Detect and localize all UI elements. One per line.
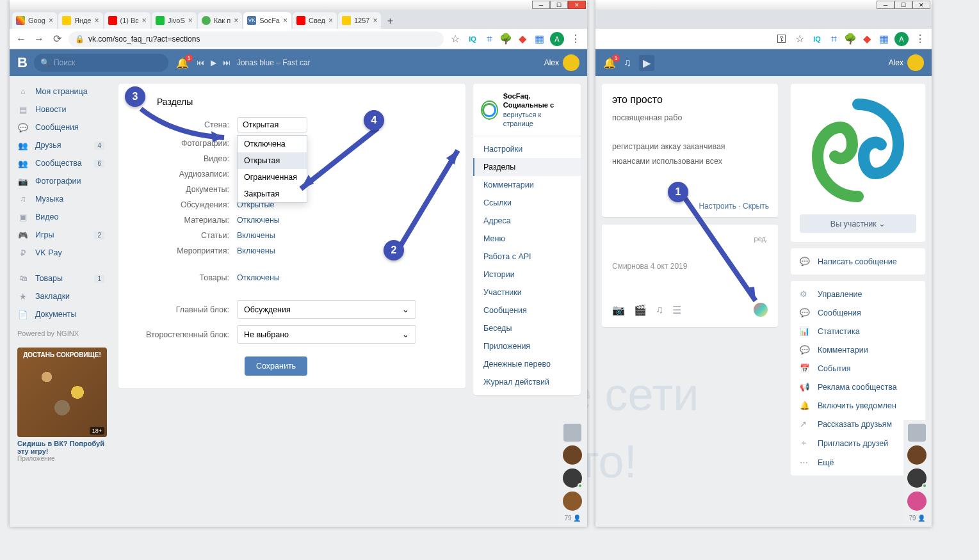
minimize-button[interactable]: ─ [877,1,894,9]
notifications-button[interactable]: 🔔1 [603,57,616,69]
sidebar-item-messages[interactable]: 💬Сообщения [10,118,112,136]
action-comments[interactable]: 💬Комментарии [791,340,925,359]
profile-avatar[interactable]: A [894,32,909,46]
rmenu-log[interactable]: Журнал действий [473,373,581,391]
articles-value[interactable]: Включены [237,231,275,240]
events-value[interactable]: Включены [237,246,275,255]
vk-logo[interactable]: В [17,54,26,71]
close-icon[interactable]: × [95,16,99,25]
minimize-button[interactable]: ─ [532,1,550,9]
rmenu-money[interactable]: Денежные перево [473,355,581,373]
rmenu-addresses[interactable]: Адреса [473,212,581,230]
chat-avatar[interactable] [563,492,582,511]
close-button[interactable]: ✕ [568,1,586,9]
action-notify[interactable]: 🔔Включить уведомлен [791,396,925,415]
ext-iq[interactable]: IQ [811,33,823,45]
main-block-select[interactable]: Обсуждения⌄ [237,300,416,319]
prev-track-icon[interactable]: ⏮ [197,58,204,67]
vk-dog-icon[interactable] [563,424,581,442]
user-menu[interactable]: Alex [889,54,924,71]
forward-button[interactable]: → [33,33,45,45]
ext-tree-icon[interactable]: 🌳 [845,33,856,45]
materials-value[interactable]: Отключены [237,216,280,225]
sidebar-item-video[interactable]: ▣Видео [10,208,112,226]
back-link[interactable]: вернуться к странице [503,111,542,127]
reload-button[interactable]: ⟳ [51,33,63,45]
tab-jivo[interactable]: JivoS× [152,12,197,29]
sidebar-item-music[interactable]: ♫Музыка [10,190,112,208]
ext-puzzle-icon[interactable]: ▦ [878,33,889,45]
profile-avatar[interactable]: A [550,32,564,46]
chat-avatar[interactable] [563,468,582,488]
chat-avatar[interactable] [907,492,926,511]
chat-count[interactable]: 79 👤 [909,515,925,522]
sidebar-item-bookmarks[interactable]: ★Закладки [10,287,112,305]
sidebar-item-news[interactable]: ▤Новости [10,100,112,118]
tab-vk-active[interactable]: VKSocFa× [243,12,291,29]
rmenu-chats[interactable]: Беседы [473,319,581,337]
music-icon[interactable]: ♫ [656,304,663,316]
close-icon[interactable]: × [49,16,53,25]
tab-youtube2[interactable]: Свед× [293,12,337,29]
rmenu-messages[interactable]: Сообщения [473,301,581,319]
action-messages[interactable]: 💬Сообщения [791,303,925,322]
new-tab-button[interactable]: + [382,13,398,29]
rmenu-apps[interactable]: Приложения [473,337,581,355]
star-icon[interactable]: ☆ [793,33,806,45]
sec-block-select[interactable]: Не выбрано⌄ [237,325,416,344]
play-icon[interactable]: ▶ [211,58,216,67]
rmenu-comments[interactable]: Комментарии [473,176,581,194]
close-button[interactable]: ✕ [912,1,930,9]
close-icon[interactable]: × [188,16,193,25]
tab-1257[interactable]: 1257× [338,12,382,29]
ext-pin-icon[interactable]: ◆ [517,33,528,45]
rmenu-links[interactable]: Ссылки [473,194,581,212]
chat-avatar[interactable] [563,445,582,465]
ext-tree-icon[interactable]: 🌳 [500,33,512,45]
save-button[interactable]: Сохранить [245,356,307,376]
membership-button[interactable]: Вы участник ⌄ [800,214,916,233]
rmenu-stories[interactable]: Истории [473,266,581,284]
sidebar-item-docs[interactable]: 📄Документы [10,305,112,323]
action-ads[interactable]: 📢Реклама сообщества [791,378,925,396]
camera-icon[interactable]: 📷 [612,304,625,316]
chat-avatar[interactable] [907,468,926,488]
tab-yandex[interactable]: Янде× [58,12,103,29]
close-icon[interactable]: × [234,16,238,25]
menu-icon[interactable]: ⋮ [914,33,926,45]
market-value[interactable]: Отключены [237,273,280,282]
url-input[interactable]: 🔒 vk.com/soc_faq_ru?act=sections [69,31,444,47]
rmenu-menu[interactable]: Меню [473,230,581,248]
sidebar-item-photos[interactable]: 📷Фотографии [10,172,112,190]
sidebar-ad[interactable]: ДОСТАНЬ СОКРОВИЩЕ! 18+ Сидишь в ВК? Попр… [17,348,107,462]
notifications-button[interactable]: 🔔1 [176,57,189,69]
tab-google[interactable]: Goog× [12,12,57,29]
close-icon[interactable]: × [283,16,287,25]
user-menu[interactable]: Alex [544,54,579,71]
ext-puzzle-icon[interactable]: ▦ [533,33,545,45]
tab-youtube[interactable]: (1) Вс× [104,12,150,29]
rmenu-settings[interactable]: Настройки [473,140,581,158]
music-icon[interactable]: ♫ [624,57,631,68]
action-stats[interactable]: 📊Статистика [791,322,925,340]
rmenu-api[interactable]: Работа с API [473,248,581,266]
rmenu-sections[interactable]: Разделы [473,158,581,176]
sidebar-item-vkpay[interactable]: ₽VK Pay [10,244,112,262]
video-icon[interactable]: ▶ [639,55,654,71]
rmenu-members[interactable]: Участники [473,284,581,301]
ext-pin-icon[interactable]: ◆ [861,33,873,45]
ext-iq[interactable]: IQ [467,33,478,45]
close-icon[interactable]: × [328,16,333,25]
sidebar-item-games[interactable]: 🎮Игры2 [10,226,112,244]
sidebar-item-friends[interactable]: 👥Друзья4 [10,136,112,154]
sidebar-item-groups[interactable]: 👥Сообщества6 [10,154,112,172]
chat-count[interactable]: 79 👤 [564,515,580,522]
maximize-button[interactable]: ☐ [894,1,912,9]
close-icon[interactable]: × [142,16,147,25]
search-input[interactable]: 🔍 Поиск [34,54,168,72]
ext-crop-icon[interactable]: ⌗ [483,33,495,45]
video-icon[interactable]: 🎬 [634,304,647,316]
close-icon[interactable]: × [373,16,377,25]
chat-avatar[interactable] [907,445,926,465]
sidebar-item-profile[interactable]: ⌂Моя страница [10,83,112,100]
